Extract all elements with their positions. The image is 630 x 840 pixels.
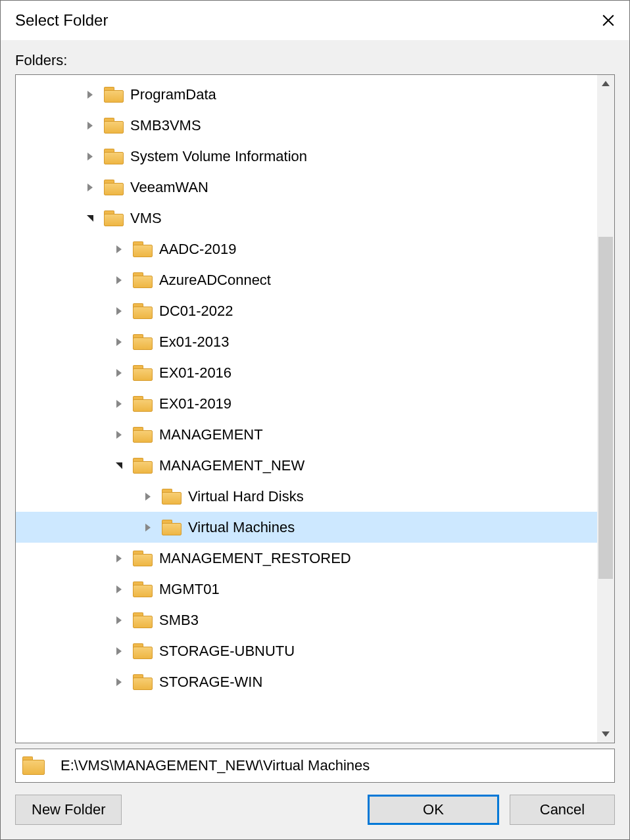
tree-row-label: VeeamWAN xyxy=(130,179,208,196)
scroll-up-button[interactable] xyxy=(597,75,614,92)
tree-row[interactable]: VeeamWAN xyxy=(16,172,597,203)
tree-row[interactable]: AzureADConnect xyxy=(16,264,597,295)
tree-row-label: System Volume Information xyxy=(130,148,307,165)
folder-icon xyxy=(133,612,153,628)
tree-row[interactable]: SMB3 xyxy=(16,605,597,635)
tree-row[interactable]: ProgramData xyxy=(16,79,597,110)
select-folder-dialog: Select Folder Folders: ProgramDataSMB3VM… xyxy=(0,0,630,840)
chevron-right-icon[interactable] xyxy=(110,334,128,351)
tree-row-label: MANAGEMENT_RESTORED xyxy=(159,550,351,567)
chevron-down-icon[interactable] xyxy=(82,210,99,227)
folder-icon xyxy=(133,581,153,597)
folder-tree-container: ProgramDataSMB3VMSSystem Volume Informat… xyxy=(15,74,615,743)
selected-path-text: E:\VMS\MANAGEMENT_NEW\Virtual Machines xyxy=(61,757,370,774)
tree-row[interactable]: MANAGEMENT_RESTORED xyxy=(16,543,597,574)
tree-row[interactable]: STORAGE-UBNUTU xyxy=(16,635,597,666)
tree-row[interactable]: Ex01-2013 xyxy=(16,326,597,357)
folder-tree[interactable]: ProgramDataSMB3VMSSystem Volume Informat… xyxy=(16,75,597,743)
folder-icon xyxy=(162,489,182,505)
chevron-right-icon[interactable] xyxy=(110,581,128,598)
tree-row[interactable]: MANAGEMENT xyxy=(16,419,597,450)
chevron-right-icon[interactable] xyxy=(82,148,99,165)
folder-icon xyxy=(133,643,153,659)
chevron-right-icon[interactable] xyxy=(110,674,128,691)
close-button[interactable] xyxy=(596,9,620,32)
tree-row-label: EX01-2016 xyxy=(159,364,231,382)
dialog-body: Folders: ProgramDataSMB3VMSSystem Volume… xyxy=(1,40,629,839)
folder-icon xyxy=(133,334,153,350)
folder-icon xyxy=(104,87,124,103)
tree-row[interactable]: EX01-2016 xyxy=(16,357,597,388)
folders-label: Folders: xyxy=(15,52,615,69)
tree-row[interactable]: MGMT01 xyxy=(16,574,597,605)
tree-row-label: SMB3 xyxy=(159,612,199,629)
folder-icon xyxy=(104,118,124,134)
chevron-right-icon[interactable] xyxy=(110,395,128,412)
folder-icon xyxy=(133,303,153,319)
ok-button[interactable]: OK xyxy=(368,795,499,825)
tree-row-label: STORAGE-UBNUTU xyxy=(159,643,295,660)
chevron-right-icon[interactable] xyxy=(82,179,99,196)
tree-row-label: ProgramData xyxy=(130,86,216,103)
tree-row-label: AADC-2019 xyxy=(159,241,236,258)
folder-icon xyxy=(133,365,153,381)
chevron-right-icon[interactable] xyxy=(110,643,128,660)
chevron-up-icon xyxy=(602,81,610,86)
cancel-button[interactable]: Cancel xyxy=(510,795,615,825)
folder-icon xyxy=(133,241,153,257)
chevron-down-icon xyxy=(602,731,610,737)
tree-row[interactable]: Virtual Machines xyxy=(16,512,597,543)
chevron-right-icon[interactable] xyxy=(110,426,128,443)
tree-row-label: SMB3VMS xyxy=(130,117,201,134)
tree-row[interactable]: MANAGEMENT_NEW xyxy=(16,450,597,481)
folder-icon xyxy=(133,427,153,443)
tree-row-label: MANAGEMENT xyxy=(159,426,263,443)
scroll-thumb[interactable] xyxy=(598,237,613,579)
folder-icon xyxy=(133,272,153,288)
chevron-right-icon[interactable] xyxy=(110,303,128,320)
tree-row[interactable]: SMB3VMS xyxy=(16,110,597,141)
selected-path-bar[interactable]: E:\VMS\MANAGEMENT_NEW\Virtual Machines xyxy=(15,749,615,783)
tree-row[interactable]: DC01-2022 xyxy=(16,295,597,326)
folder-icon xyxy=(22,756,45,775)
scrollbar[interactable] xyxy=(597,75,614,743)
new-folder-button[interactable]: New Folder xyxy=(15,795,122,825)
dialog-title: Select Folder xyxy=(15,11,108,30)
folder-icon xyxy=(104,210,124,226)
tree-row[interactable]: STORAGE-WIN xyxy=(16,666,597,697)
folder-icon xyxy=(104,149,124,164)
folder-icon xyxy=(133,551,153,566)
scroll-track[interactable] xyxy=(597,92,614,726)
tree-row-label: EX01-2019 xyxy=(159,395,231,412)
button-row: New Folder OK Cancel xyxy=(15,795,615,825)
folder-icon xyxy=(104,180,124,195)
chevron-right-icon[interactable] xyxy=(110,550,128,567)
folder-icon xyxy=(133,674,153,690)
chevron-right-icon[interactable] xyxy=(110,241,128,258)
chevron-right-icon[interactable] xyxy=(110,364,128,382)
chevron-right-icon[interactable] xyxy=(110,272,128,289)
tree-row-label: AzureADConnect xyxy=(159,272,271,289)
chevron-right-icon[interactable] xyxy=(139,488,157,505)
tree-row[interactable]: Virtual Hard Disks xyxy=(16,481,597,512)
tree-row-label: Virtual Machines xyxy=(188,519,295,536)
chevron-right-icon[interactable] xyxy=(139,519,157,536)
tree-row[interactable]: AADC-2019 xyxy=(16,234,597,264)
chevron-down-icon[interactable] xyxy=(110,457,128,474)
folder-icon xyxy=(162,520,182,535)
tree-row-label: Ex01-2013 xyxy=(159,334,229,351)
tree-row-label: STORAGE-WIN xyxy=(159,674,262,691)
tree-row-label: DC01-2022 xyxy=(159,303,233,320)
close-icon xyxy=(601,13,616,28)
tree-row[interactable]: System Volume Information xyxy=(16,141,597,172)
titlebar: Select Folder xyxy=(1,1,629,40)
tree-row-label: Virtual Hard Disks xyxy=(188,488,304,505)
chevron-right-icon[interactable] xyxy=(110,612,128,629)
tree-row[interactable]: VMS xyxy=(16,203,597,234)
scroll-down-button[interactable] xyxy=(597,726,614,743)
chevron-right-icon[interactable] xyxy=(82,86,99,103)
tree-row[interactable]: EX01-2019 xyxy=(16,388,597,419)
chevron-right-icon[interactable] xyxy=(82,117,99,134)
tree-row-label: MGMT01 xyxy=(159,581,220,598)
folder-icon xyxy=(133,396,153,412)
